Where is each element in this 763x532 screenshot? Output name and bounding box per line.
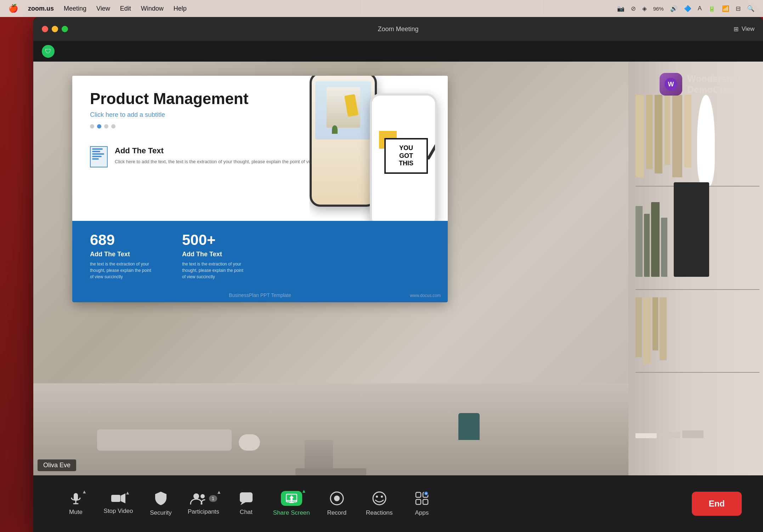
camera-menubar-icon: 📷 (617, 5, 624, 12)
svg-rect-23 (416, 499, 421, 504)
slide-dot-2 (97, 124, 101, 128)
chat-icon (239, 492, 253, 505)
participants-count-badge: 1 (209, 495, 217, 502)
svg-rect-9 (240, 492, 253, 502)
view-button[interactable]: View (741, 25, 754, 33)
participants-caret[interactable]: ▲ (216, 489, 221, 495)
menubar-view[interactable]: View (96, 5, 110, 12)
watermark-line1: Wondershare (687, 73, 746, 84)
slide-content: Free Product Management Click here to ad… (72, 76, 448, 302)
slide-text-content: Add The Text Click here to add the text,… (115, 146, 337, 165)
shelf-2 (635, 289, 759, 290)
video-caret[interactable]: ▲ (125, 490, 130, 496)
watermark-logo: W (660, 73, 682, 96)
slide-stat1-number: 689 (90, 231, 154, 248)
apps-button[interactable]: + Apps (401, 491, 443, 516)
slide-footer-right: www.docus.com (410, 293, 441, 298)
svg-point-20 (381, 496, 383, 498)
svg-point-19 (376, 496, 378, 498)
titlebar: Zoom Meeting ⊞ View (33, 17, 763, 41)
shield-icon: 🛡 (42, 45, 55, 58)
reactions-label: Reactions (366, 509, 393, 516)
security-icon (154, 491, 168, 506)
slide-text-icon (90, 146, 108, 167)
menubar-meeting[interactable]: Meeting (64, 5, 86, 12)
svg-point-18 (373, 492, 386, 505)
participants-button[interactable]: ▲ 1 Participants (182, 492, 225, 515)
stop-video-button[interactable]: ▲ Stop Video (97, 493, 140, 515)
record-button[interactable]: Record (316, 491, 358, 516)
apps-icon: + (414, 491, 429, 506)
slide-dot-1 (90, 124, 94, 128)
svg-rect-5 (111, 495, 120, 502)
menubar-help[interactable]: Help (174, 5, 187, 12)
video-icon: ▲ (111, 493, 126, 504)
reactions-icon (372, 491, 387, 506)
svg-rect-21 (416, 492, 421, 497)
slide-stat2-body: the text is the extraction of your thoug… (182, 261, 246, 280)
battery-icon: 🔋 (708, 5, 716, 12)
share-screen-caret[interactable]: ▲ (301, 488, 306, 494)
watermark: W Wondershare DemoCreator (660, 73, 746, 96)
chat-label: Chat (240, 509, 253, 516)
mute-caret[interactable]: ▲ (82, 489, 87, 494)
video-label: Stop Video (104, 508, 133, 515)
share-screen-label: Share Screen (273, 509, 310, 516)
svg-marker-15 (289, 495, 294, 500)
maximize-button[interactable] (62, 26, 68, 32)
slide-stat-2: 500+ Add The Text the text is the extrac… (182, 231, 246, 280)
security-button[interactable]: Security (140, 491, 182, 516)
slide-footer: BusinessPlan PPT Template (229, 292, 291, 298)
traffic-lights (42, 26, 68, 32)
phone-mockup-1 (310, 76, 377, 207)
network-icon: ⊘ (631, 5, 636, 12)
presentation-slide: Free Product Management Click here to ad… (72, 76, 448, 302)
menubar-window[interactable]: Window (141, 5, 164, 12)
slide-text-heading: Add The Text (115, 146, 337, 155)
mute-button[interactable]: ▲ Mute (55, 492, 97, 516)
activity-icon: ◈ (642, 5, 647, 12)
record-label: Record (327, 509, 346, 516)
bluetooth-icon: 🔷 (684, 5, 691, 12)
bookshelf-decoration (628, 62, 763, 475)
slide-stat2-label: Add The Text (182, 251, 246, 258)
svg-rect-24 (423, 499, 428, 504)
svg-point-17 (334, 496, 340, 501)
share-screen-icon: ▲ (281, 491, 302, 506)
video-area: W Wondershare DemoCreator Fr (33, 62, 763, 475)
search-icon[interactable]: 🔍 (747, 5, 754, 12)
shelf-3 (635, 372, 759, 373)
slide-stat-1: 689 Add The Text the text is the extract… (90, 231, 154, 280)
end-button[interactable]: End (692, 492, 742, 516)
zoom-window: Zoom Meeting ⊞ View 🛡 (33, 17, 763, 532)
desk-area (33, 383, 628, 475)
menubar-right-area: 📷 ⊘ ◈ 96% 🔊 🔷 A 🔋 📶 ⊟ 🔍 (617, 5, 754, 12)
phone-mockup-2: YOUGOTTHIS (370, 93, 437, 228)
menubar-edit[interactable]: Edit (120, 5, 131, 12)
reactions-button[interactable]: Reactions (358, 491, 401, 516)
titlebar-right: ⊞ View (734, 25, 754, 33)
apple-menu[interactable]: 🍎 (9, 4, 18, 13)
chat-button[interactable]: Chat (225, 492, 267, 516)
svg-marker-10 (241, 502, 245, 505)
watermark-line2: DemoCreator (687, 84, 746, 95)
participant-name-badge: Oliva Eve (38, 459, 76, 471)
apps-label: Apps (415, 509, 429, 516)
svg-point-8 (200, 494, 205, 498)
security-label: Security (150, 509, 171, 516)
minimize-button[interactable] (52, 26, 58, 32)
battery-percent: 96% (653, 6, 664, 12)
svg-text:W: W (668, 81, 674, 88)
menubar-app-name[interactable]: zoom.us (28, 5, 54, 12)
close-button[interactable] (42, 26, 48, 32)
phone-screen-2: YOUGOTTHIS (372, 96, 435, 226)
slide-text-body: Click here to add the text, the text is … (115, 158, 337, 165)
volume-icon: 🔊 (670, 5, 678, 12)
phone-board-text: YOUGOTTHIS (384, 138, 428, 174)
phone-screen-1 (312, 76, 375, 205)
slide-stat2-number: 500+ (182, 231, 246, 248)
keyboard-icon: A (698, 5, 702, 12)
window-title: Zoom Meeting (378, 25, 418, 33)
share-screen-button[interactable]: ▲ Share Screen (267, 491, 316, 516)
toolbar: ▲ Mute ▲ Stop Video Security (33, 475, 763, 532)
